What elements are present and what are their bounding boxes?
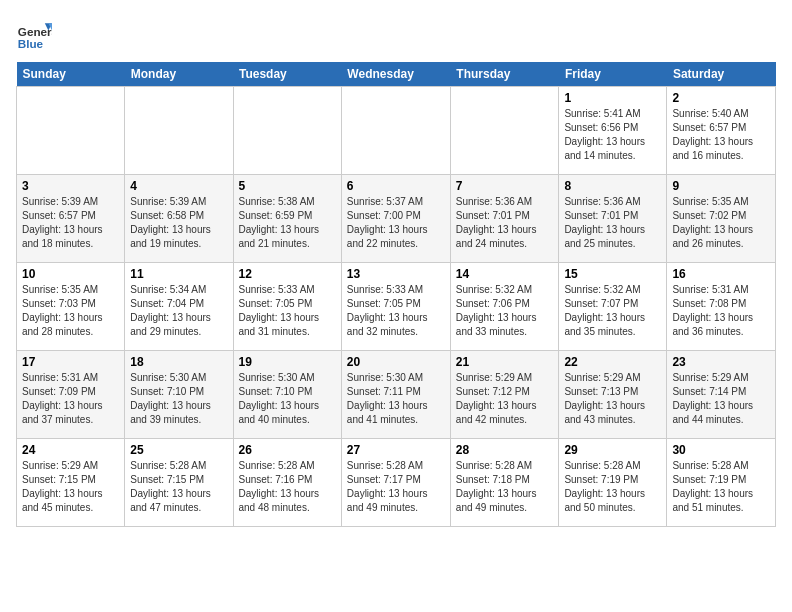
calendar-cell: [450, 87, 559, 175]
calendar-cell: [341, 87, 450, 175]
day-info: Sunrise: 5:32 AM Sunset: 7:06 PM Dayligh…: [456, 283, 554, 339]
day-number: 14: [456, 267, 554, 281]
day-number: 4: [130, 179, 227, 193]
day-info: Sunrise: 5:28 AM Sunset: 7:19 PM Dayligh…: [672, 459, 770, 515]
day-info: Sunrise: 5:37 AM Sunset: 7:00 PM Dayligh…: [347, 195, 445, 251]
day-info: Sunrise: 5:38 AM Sunset: 6:59 PM Dayligh…: [239, 195, 336, 251]
day-info: Sunrise: 5:30 AM Sunset: 7:10 PM Dayligh…: [130, 371, 227, 427]
day-info: Sunrise: 5:34 AM Sunset: 7:04 PM Dayligh…: [130, 283, 227, 339]
calendar-cell: 25Sunrise: 5:28 AM Sunset: 7:15 PM Dayli…: [125, 439, 233, 527]
day-number: 19: [239, 355, 336, 369]
calendar-cell: [17, 87, 125, 175]
day-number: 26: [239, 443, 336, 457]
header-sunday: Sunday: [17, 62, 125, 87]
header-saturday: Saturday: [667, 62, 776, 87]
day-info: Sunrise: 5:40 AM Sunset: 6:57 PM Dayligh…: [672, 107, 770, 163]
day-number: 5: [239, 179, 336, 193]
day-info: Sunrise: 5:33 AM Sunset: 7:05 PM Dayligh…: [347, 283, 445, 339]
day-info: Sunrise: 5:33 AM Sunset: 7:05 PM Dayligh…: [239, 283, 336, 339]
header-friday: Friday: [559, 62, 667, 87]
day-number: 18: [130, 355, 227, 369]
calendar-cell: 6Sunrise: 5:37 AM Sunset: 7:00 PM Daylig…: [341, 175, 450, 263]
header-monday: Monday: [125, 62, 233, 87]
calendar-cell: 26Sunrise: 5:28 AM Sunset: 7:16 PM Dayli…: [233, 439, 341, 527]
day-number: 11: [130, 267, 227, 281]
calendar-cell: 1Sunrise: 5:41 AM Sunset: 6:56 PM Daylig…: [559, 87, 667, 175]
day-number: 13: [347, 267, 445, 281]
calendar-week-3: 17Sunrise: 5:31 AM Sunset: 7:09 PM Dayli…: [17, 351, 776, 439]
calendar-cell: [233, 87, 341, 175]
day-number: 30: [672, 443, 770, 457]
calendar-cell: 8Sunrise: 5:36 AM Sunset: 7:01 PM Daylig…: [559, 175, 667, 263]
calendar-cell: 13Sunrise: 5:33 AM Sunset: 7:05 PM Dayli…: [341, 263, 450, 351]
calendar-cell: 20Sunrise: 5:30 AM Sunset: 7:11 PM Dayli…: [341, 351, 450, 439]
calendar-cell: 10Sunrise: 5:35 AM Sunset: 7:03 PM Dayli…: [17, 263, 125, 351]
day-info: Sunrise: 5:28 AM Sunset: 7:17 PM Dayligh…: [347, 459, 445, 515]
day-number: 21: [456, 355, 554, 369]
calendar-cell: [125, 87, 233, 175]
day-info: Sunrise: 5:32 AM Sunset: 7:07 PM Dayligh…: [564, 283, 661, 339]
day-number: 6: [347, 179, 445, 193]
day-info: Sunrise: 5:41 AM Sunset: 6:56 PM Dayligh…: [564, 107, 661, 163]
day-number: 25: [130, 443, 227, 457]
svg-text:Blue: Blue: [18, 37, 44, 50]
day-number: 27: [347, 443, 445, 457]
day-number: 1: [564, 91, 661, 105]
calendar-cell: 9Sunrise: 5:35 AM Sunset: 7:02 PM Daylig…: [667, 175, 776, 263]
day-info: Sunrise: 5:35 AM Sunset: 7:02 PM Dayligh…: [672, 195, 770, 251]
day-info: Sunrise: 5:29 AM Sunset: 7:15 PM Dayligh…: [22, 459, 119, 515]
calendar-cell: 7Sunrise: 5:36 AM Sunset: 7:01 PM Daylig…: [450, 175, 559, 263]
calendar-week-0: 1Sunrise: 5:41 AM Sunset: 6:56 PM Daylig…: [17, 87, 776, 175]
day-info: Sunrise: 5:29 AM Sunset: 7:12 PM Dayligh…: [456, 371, 554, 427]
header-tuesday: Tuesday: [233, 62, 341, 87]
calendar-cell: 29Sunrise: 5:28 AM Sunset: 7:19 PM Dayli…: [559, 439, 667, 527]
header-wednesday: Wednesday: [341, 62, 450, 87]
day-info: Sunrise: 5:35 AM Sunset: 7:03 PM Dayligh…: [22, 283, 119, 339]
day-number: 17: [22, 355, 119, 369]
day-info: Sunrise: 5:39 AM Sunset: 6:57 PM Dayligh…: [22, 195, 119, 251]
calendar-cell: 17Sunrise: 5:31 AM Sunset: 7:09 PM Dayli…: [17, 351, 125, 439]
calendar-week-1: 3Sunrise: 5:39 AM Sunset: 6:57 PM Daylig…: [17, 175, 776, 263]
calendar-cell: 27Sunrise: 5:28 AM Sunset: 7:17 PM Dayli…: [341, 439, 450, 527]
day-number: 9: [672, 179, 770, 193]
calendar-cell: 3Sunrise: 5:39 AM Sunset: 6:57 PM Daylig…: [17, 175, 125, 263]
calendar-cell: 12Sunrise: 5:33 AM Sunset: 7:05 PM Dayli…: [233, 263, 341, 351]
day-info: Sunrise: 5:31 AM Sunset: 7:08 PM Dayligh…: [672, 283, 770, 339]
day-info: Sunrise: 5:36 AM Sunset: 7:01 PM Dayligh…: [564, 195, 661, 251]
calendar-week-2: 10Sunrise: 5:35 AM Sunset: 7:03 PM Dayli…: [17, 263, 776, 351]
day-number: 12: [239, 267, 336, 281]
calendar-header-row: SundayMondayTuesdayWednesdayThursdayFrid…: [17, 62, 776, 87]
calendar-table: SundayMondayTuesdayWednesdayThursdayFrid…: [16, 62, 776, 527]
logo: General Blue: [16, 16, 52, 52]
day-info: Sunrise: 5:28 AM Sunset: 7:15 PM Dayligh…: [130, 459, 227, 515]
header-thursday: Thursday: [450, 62, 559, 87]
day-info: Sunrise: 5:28 AM Sunset: 7:16 PM Dayligh…: [239, 459, 336, 515]
day-number: 20: [347, 355, 445, 369]
calendar-cell: 11Sunrise: 5:34 AM Sunset: 7:04 PM Dayli…: [125, 263, 233, 351]
day-number: 29: [564, 443, 661, 457]
day-number: 7: [456, 179, 554, 193]
calendar-cell: 14Sunrise: 5:32 AM Sunset: 7:06 PM Dayli…: [450, 263, 559, 351]
calendar-cell: 30Sunrise: 5:28 AM Sunset: 7:19 PM Dayli…: [667, 439, 776, 527]
day-info: Sunrise: 5:36 AM Sunset: 7:01 PM Dayligh…: [456, 195, 554, 251]
day-number: 22: [564, 355, 661, 369]
calendar-cell: 24Sunrise: 5:29 AM Sunset: 7:15 PM Dayli…: [17, 439, 125, 527]
day-info: Sunrise: 5:31 AM Sunset: 7:09 PM Dayligh…: [22, 371, 119, 427]
day-info: Sunrise: 5:39 AM Sunset: 6:58 PM Dayligh…: [130, 195, 227, 251]
day-info: Sunrise: 5:29 AM Sunset: 7:14 PM Dayligh…: [672, 371, 770, 427]
day-number: 8: [564, 179, 661, 193]
calendar-cell: 16Sunrise: 5:31 AM Sunset: 7:08 PM Dayli…: [667, 263, 776, 351]
calendar-cell: 5Sunrise: 5:38 AM Sunset: 6:59 PM Daylig…: [233, 175, 341, 263]
calendar-cell: 15Sunrise: 5:32 AM Sunset: 7:07 PM Dayli…: [559, 263, 667, 351]
calendar-cell: 28Sunrise: 5:28 AM Sunset: 7:18 PM Dayli…: [450, 439, 559, 527]
day-number: 23: [672, 355, 770, 369]
day-info: Sunrise: 5:29 AM Sunset: 7:13 PM Dayligh…: [564, 371, 661, 427]
page-header: General Blue: [16, 16, 776, 52]
day-info: Sunrise: 5:28 AM Sunset: 7:18 PM Dayligh…: [456, 459, 554, 515]
day-number: 24: [22, 443, 119, 457]
calendar-cell: 2Sunrise: 5:40 AM Sunset: 6:57 PM Daylig…: [667, 87, 776, 175]
calendar-cell: 18Sunrise: 5:30 AM Sunset: 7:10 PM Dayli…: [125, 351, 233, 439]
calendar-cell: 4Sunrise: 5:39 AM Sunset: 6:58 PM Daylig…: [125, 175, 233, 263]
day-number: 15: [564, 267, 661, 281]
calendar-cell: 19Sunrise: 5:30 AM Sunset: 7:10 PM Dayli…: [233, 351, 341, 439]
